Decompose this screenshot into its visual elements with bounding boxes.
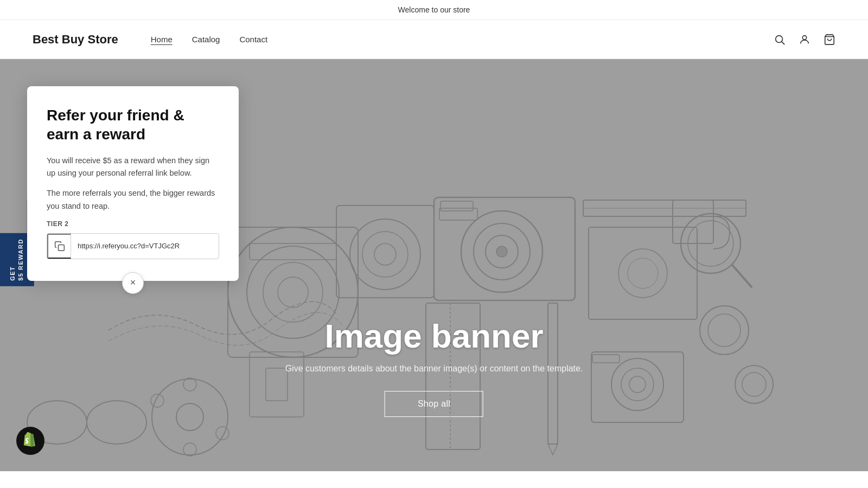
svg-point-2 <box>802 35 806 39</box>
header: Best Buy Store Home Catalog Contact <box>0 20 868 59</box>
svg-point-20 <box>496 246 507 257</box>
search-icon[interactable] <box>774 34 786 46</box>
modal-close-button[interactable]: × <box>122 272 144 294</box>
main-nav: Home Catalog Contact <box>151 35 774 44</box>
referral-link-field <box>47 233 219 259</box>
tier-label: TIER 2 <box>47 220 219 228</box>
shop-all-button[interactable]: Shop all <box>385 391 483 417</box>
nav-home[interactable]: Home <box>151 35 173 44</box>
copy-link-button[interactable] <box>47 234 71 259</box>
announcement-text: Welcome to our store <box>398 5 470 14</box>
cart-icon[interactable] <box>824 34 835 46</box>
svg-point-0 <box>776 35 783 42</box>
svg-rect-58 <box>58 245 64 251</box>
account-icon[interactable] <box>799 34 810 46</box>
hero-section: GET$5 REWARD Refer your friend & earn a … <box>0 59 868 471</box>
modal-title: Refer your friend & earn a reward <box>47 106 219 144</box>
referral-url-input[interactable] <box>71 236 219 255</box>
modal-body-1: You will receive $5 as a reward when the… <box>47 155 219 179</box>
modal-body-2: The more referrals you send, the bigger … <box>47 187 219 212</box>
referral-modal: Refer your friend & earn a reward You wi… <box>27 86 239 281</box>
hero-subtitle: Give customers details about the banner … <box>285 364 583 374</box>
shopify-badge[interactable] <box>16 427 44 455</box>
site-logo[interactable]: Best Buy Store <box>33 33 118 47</box>
hero-title: Image banner <box>285 317 583 355</box>
svg-line-1 <box>782 42 784 44</box>
nav-contact[interactable]: Contact <box>239 35 267 44</box>
hero-content: Image banner Give customers details abou… <box>285 317 583 417</box>
nav-catalog[interactable]: Catalog <box>192 35 220 44</box>
header-icons <box>774 34 835 46</box>
announcement-bar: Welcome to our store <box>0 0 868 20</box>
